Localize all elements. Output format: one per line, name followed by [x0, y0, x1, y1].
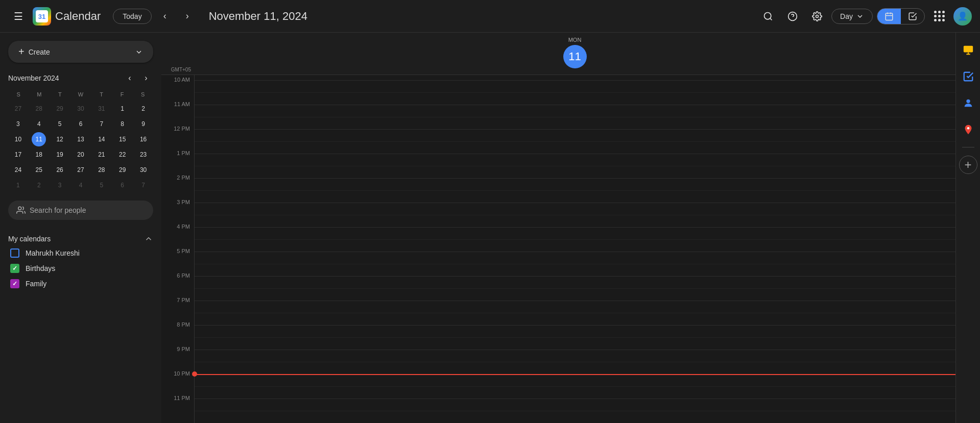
- events-area[interactable]: Meeting6:45 – 7:45pm: [194, 75, 955, 423]
- calendar-checkbox-family[interactable]: ✓: [10, 279, 19, 288]
- mini-cal-day[interactable]: 1: [115, 102, 130, 116]
- svg-rect-11: [963, 46, 972, 53]
- search-button[interactable]: [758, 6, 778, 27]
- my-calendars-header[interactable]: My calendars: [8, 232, 153, 245]
- current-time-dot: [192, 371, 197, 377]
- mini-cal-day[interactable]: 29: [115, 163, 130, 177]
- main-area: + Create November 2024 ‹ › S M T W: [0, 33, 980, 423]
- mini-cal-day[interactable]: 21: [94, 147, 109, 162]
- mini-cal-day[interactable]: 25: [32, 163, 46, 177]
- create-button[interactable]: + Create: [8, 41, 153, 63]
- mini-cal-day[interactable]: 20: [74, 147, 88, 162]
- hour-line: [195, 301, 955, 301]
- mini-cal-next-button[interactable]: ›: [139, 71, 153, 85]
- mini-cal-day[interactable]: 26: [53, 163, 67, 177]
- time-grid[interactable]: 1 AM2 AM3 AM4 AM5 AM6 AM7 AM8 AM9 AM10 A…: [161, 75, 955, 423]
- mini-cal-day[interactable]: 14: [94, 132, 109, 146]
- svg-point-10: [18, 207, 21, 210]
- calendar-checkbox-birthdays[interactable]: ✓: [10, 264, 19, 273]
- mini-cal-day[interactable]: 5: [53, 117, 67, 131]
- weekday-wed: W: [70, 89, 91, 99]
- mini-cal-day[interactable]: 8: [115, 117, 130, 131]
- half-hour-line: [195, 190, 955, 191]
- mini-cal-day[interactable]: 12: [53, 132, 67, 146]
- next-button[interactable]: ›: [178, 7, 197, 26]
- mini-cal-day[interactable]: 27: [74, 163, 88, 177]
- mini-cal-day[interactable]: 19: [53, 147, 67, 162]
- half-hour-line: [195, 288, 955, 289]
- mini-cal-day[interactable]: 30: [136, 163, 151, 177]
- tasks-rail-icon[interactable]: [959, 67, 977, 86]
- apps-button[interactable]: [929, 6, 949, 27]
- mini-cal-day[interactable]: 18: [32, 147, 46, 162]
- mini-cal-day[interactable]: 3: [53, 178, 67, 192]
- mini-cal-day[interactable]: 24: [11, 163, 25, 177]
- mini-cal-day[interactable]: 29: [53, 102, 67, 116]
- mini-cal-day[interactable]: 6: [115, 178, 130, 192]
- mini-calendar: November 2024 ‹ › S M T W T F S: [0, 71, 161, 192]
- mini-cal-today[interactable]: 11: [32, 132, 46, 146]
- mini-cal-day[interactable]: 17: [11, 147, 25, 162]
- mini-cal-day[interactable]: 9: [136, 117, 151, 131]
- mini-cal-day[interactable]: 15: [115, 132, 130, 146]
- mini-cal-day[interactable]: 1: [11, 178, 25, 192]
- sidebar: + Create November 2024 ‹ › S M T W: [0, 33, 161, 423]
- hour-line: [195, 129, 955, 130]
- tasks-view-button[interactable]: [901, 9, 924, 24]
- right-rail: +: [955, 33, 980, 423]
- contacts-rail-icon[interactable]: [959, 94, 977, 112]
- calendar-item-mahrukh[interactable]: Mahrukh Kureshi: [8, 245, 153, 261]
- calendar-item-birthdays[interactable]: ✓ Birthdays: [8, 261, 153, 276]
- mini-cal-day[interactable]: 27: [11, 102, 25, 116]
- view-selector[interactable]: Day: [831, 9, 873, 24]
- mini-cal-day[interactable]: 4: [32, 117, 46, 131]
- mini-cal-day[interactable]: 22: [115, 147, 130, 162]
- mini-cal-day[interactable]: 3: [11, 117, 25, 131]
- day-number-circle[interactable]: 11: [563, 45, 587, 68]
- help-button[interactable]: [782, 6, 803, 27]
- half-hour-line: [195, 92, 955, 93]
- mini-cal-day[interactable]: 28: [32, 102, 46, 116]
- time-label-17: 5 PM: [161, 248, 194, 272]
- time-label-13: 1 PM: [161, 150, 194, 175]
- calendar-content: GMT+05 MON 11 1 AM2 AM3 AM4 AM5 AM6 AM7 …: [161, 33, 955, 423]
- time-label-23: 11 PM: [161, 395, 194, 419]
- mini-cal-day[interactable]: 16: [136, 132, 151, 146]
- search-people-button[interactable]: Search for people: [8, 201, 153, 220]
- mini-cal-day[interactable]: 30: [74, 102, 88, 116]
- calendar-checkbox-mahrukh[interactable]: [10, 248, 19, 258]
- half-hour-line: [195, 362, 955, 362]
- mini-cal-prev-button[interactable]: ‹: [123, 71, 137, 85]
- svg-point-5: [816, 15, 819, 17]
- time-label-22: 10 PM: [161, 370, 194, 395]
- current-date-title: November 11, 2024: [209, 10, 746, 23]
- mini-cal-day[interactable]: 5: [94, 178, 109, 192]
- svg-point-13: [967, 127, 969, 130]
- hour-line: [195, 227, 955, 228]
- user-avatar[interactable]: 👤: [953, 7, 972, 26]
- settings-button[interactable]: [807, 6, 827, 27]
- prev-button[interactable]: ‹: [156, 7, 174, 26]
- calendar-item-family[interactable]: ✓ Family: [8, 276, 153, 291]
- mini-cal-day[interactable]: 28: [94, 163, 109, 177]
- mini-cal-day[interactable]: 7: [136, 178, 151, 192]
- mini-cal-day[interactable]: 2: [32, 178, 46, 192]
- today-button[interactable]: Today: [113, 9, 151, 24]
- mini-cal-day[interactable]: 7: [94, 117, 109, 131]
- mini-cal-day[interactable]: 10: [11, 132, 25, 146]
- mini-cal-day[interactable]: 4: [74, 178, 88, 192]
- time-label-11: 11 AM: [161, 101, 194, 126]
- mini-cal-day[interactable]: 2: [136, 102, 151, 116]
- mini-cal-day[interactable]: 31: [94, 102, 109, 116]
- rail-add-button[interactable]: +: [959, 156, 977, 174]
- mini-cal-day[interactable]: 23: [136, 147, 151, 162]
- hamburger-menu-button[interactable]: ☰: [8, 6, 29, 27]
- mini-cal-day[interactable]: 6: [74, 117, 88, 131]
- notification-rail-icon[interactable]: [959, 41, 977, 59]
- calendar-view-button[interactable]: [877, 9, 901, 24]
- weekday-thu: T: [91, 89, 112, 99]
- half-hour-line: [195, 313, 955, 313]
- maps-rail-icon[interactable]: [959, 120, 977, 139]
- mini-cal-day[interactable]: 13: [74, 132, 88, 146]
- mini-calendar-nav: ‹ ›: [123, 71, 153, 85]
